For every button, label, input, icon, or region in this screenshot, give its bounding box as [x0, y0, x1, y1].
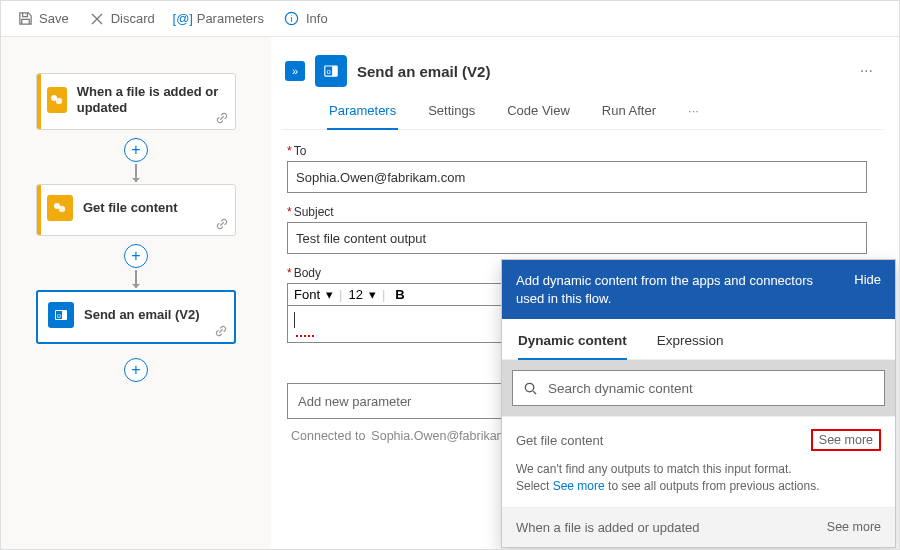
tab-runafter[interactable]: Run After: [600, 103, 658, 129]
detail-pane: » o Send an email (V2) ··· Parameters Se…: [271, 37, 899, 549]
sharepoint-icon: [47, 87, 67, 113]
flow-canvas: When a file is added or updated + Get fi…: [1, 37, 271, 549]
tab-expression[interactable]: Expression: [657, 333, 724, 359]
save-icon: [17, 11, 33, 27]
svg-point-5: [59, 206, 65, 212]
flow-step-trigger-title: When a file is added or updated: [77, 84, 225, 115]
info-label: Info: [306, 11, 328, 26]
search-icon: [523, 381, 538, 396]
flow-step-sendemail[interactable]: o Send an email (V2): [36, 290, 236, 344]
font-select[interactable]: Font: [294, 287, 320, 302]
tab-parameters[interactable]: Parameters: [327, 103, 398, 130]
see-more-button[interactable]: See more: [827, 520, 881, 534]
info-button[interactable]: i Info: [276, 7, 336, 31]
save-label: Save: [39, 11, 69, 26]
add-step-button[interactable]: +: [124, 244, 148, 268]
to-label: *To: [287, 144, 877, 158]
bold-button[interactable]: B: [391, 287, 408, 302]
section-getfilecontent-title: Get file content: [516, 433, 603, 448]
svg-point-3: [56, 97, 62, 103]
link-icon: [214, 324, 228, 338]
top-toolbar: Save Discard [@] Parameters i Info: [1, 1, 899, 37]
search-input[interactable]: Search dynamic content: [512, 370, 885, 406]
info-icon: i: [284, 11, 300, 27]
chevron-down-icon[interactable]: ▾: [326, 287, 333, 302]
popover-heading: Add dynamic content from the apps and co…: [516, 272, 816, 307]
dynamic-content-popover: Add dynamic content from the apps and co…: [501, 259, 896, 548]
no-outputs-note: We can't find any outputs to match this …: [516, 461, 881, 495]
link-icon: [215, 217, 229, 231]
flow-step-trigger[interactable]: When a file is added or updated: [36, 73, 236, 130]
flow-step-getfile[interactable]: Get file content: [36, 184, 236, 236]
link-icon: [215, 111, 229, 125]
detail-title: Send an email (V2): [357, 63, 490, 80]
parameters-label: Parameters: [197, 11, 264, 26]
add-step-button[interactable]: +: [124, 138, 148, 162]
see-more-link[interactable]: See more: [553, 479, 605, 493]
tab-settings[interactable]: Settings: [426, 103, 477, 129]
to-input[interactable]: [287, 161, 867, 193]
svg-text:o: o: [327, 67, 332, 76]
detail-tabs: Parameters Settings Code View Run After …: [281, 93, 883, 130]
add-step-end-button[interactable]: +: [124, 358, 148, 382]
body-input[interactable]: [287, 305, 503, 343]
section-trigger-title: When a file is added or updated: [516, 520, 700, 535]
outlook-icon: o: [315, 55, 347, 87]
flow-step-getfile-title: Get file content: [83, 200, 178, 216]
parameters-button[interactable]: [@] Parameters: [167, 7, 272, 31]
body-rte-toolbar: Font ▾ | 12 ▾ | B: [287, 283, 503, 305]
close-icon: [89, 11, 105, 27]
subject-label: *Subject: [287, 205, 877, 219]
discard-button[interactable]: Discard: [81, 7, 163, 31]
svg-point-12: [525, 383, 533, 391]
search-placeholder: Search dynamic content: [548, 381, 693, 396]
flow-step-sendemail-title: Send an email (V2): [84, 307, 200, 323]
see-more-button[interactable]: See more: [811, 429, 881, 451]
outlook-icon: o: [48, 302, 74, 328]
flow-connector: +: [124, 236, 148, 290]
discard-label: Discard: [111, 11, 155, 26]
sharepoint-icon: [47, 195, 73, 221]
hide-button[interactable]: Hide: [854, 272, 881, 287]
tabs-overflow-button[interactable]: ···: [686, 103, 701, 129]
tab-dynamic-content[interactable]: Dynamic content: [518, 333, 627, 360]
collapse-chevron-icon[interactable]: »: [285, 61, 305, 81]
chevron-down-icon[interactable]: ▾: [369, 287, 376, 302]
subject-input[interactable]: [287, 222, 867, 254]
parameters-icon: [@]: [175, 11, 191, 27]
svg-text:i: i: [291, 14, 293, 24]
tab-codeview[interactable]: Code View: [505, 103, 572, 129]
save-button[interactable]: Save: [9, 7, 77, 31]
svg-text:o: o: [57, 312, 61, 319]
more-menu-button[interactable]: ···: [860, 62, 879, 80]
fontsize-select[interactable]: 12: [348, 287, 362, 302]
flow-connector: +: [124, 130, 148, 184]
